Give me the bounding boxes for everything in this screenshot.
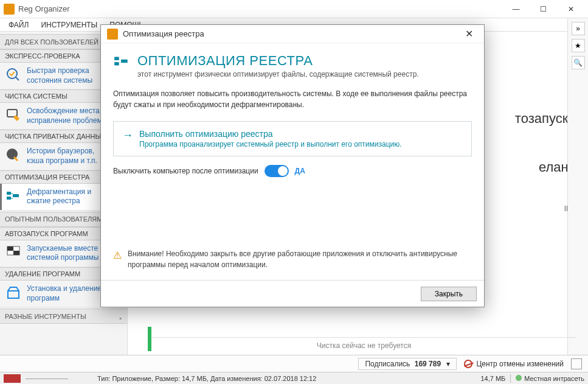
bottom-bar: Подписались 169 789 ▾ Центр отмены измен… <box>0 355 588 372</box>
flag-icon <box>5 244 22 261</box>
svg-rect-9 <box>8 291 19 298</box>
status-dim-text: ——————— <box>26 375 68 382</box>
close-dialog-button[interactable]: Закрыть <box>421 287 477 301</box>
toolstrip-chevron-icon[interactable]: » <box>572 22 585 35</box>
zone-icon <box>516 375 522 381</box>
svg-rect-8 <box>13 251 19 255</box>
nav-label: Дефрагментация и сжатие реестра <box>27 187 91 206</box>
status-size: 14,7 МБ <box>480 375 505 382</box>
svg-rect-7 <box>7 246 13 251</box>
status-zone: Местная интрасеть <box>516 375 584 382</box>
status-info: Тип: Приложение, Размер: 14,7 МБ, Дата и… <box>73 375 476 382</box>
menu-tools[interactable]: ИНСТРУМЕНТЫ <box>36 19 102 30</box>
nav-label: Быстрая проверка состояния системы <box>27 66 92 85</box>
toolstrip-star-icon[interactable]: ★ <box>572 39 585 52</box>
warning-row: ⚠ Внимание! Необходимо закрыть все други… <box>113 248 472 270</box>
bg-text-autorun: тозапуска <box>515 111 576 127</box>
svg-rect-4 <box>7 197 11 200</box>
arrow-right-icon: → <box>122 129 133 148</box>
nav-label: Освобождение места, исправление проблем <box>27 106 102 125</box>
dialog-app-icon <box>107 29 118 40</box>
dialog-titlebar: Оптимизация реестра ✕ <box>101 25 484 43</box>
nav-label: Запускаемые вместе с системой программы <box>27 244 104 263</box>
undo-icon <box>464 360 472 368</box>
warning-icon: ⚠ <box>113 248 122 270</box>
optimize-registry-dialog: Оптимизация реестра ✕ ОПТИМИЗАЦИЯ РЕЕСТР… <box>100 24 485 307</box>
warning-text: Внимание! Необходимо закрыть все другие … <box>128 248 472 270</box>
svg-rect-10 <box>114 57 119 60</box>
dialog-close-button[interactable]: ✕ <box>460 26 478 42</box>
checkmark-magnifier-icon <box>5 66 22 83</box>
window-title: Reg Organizer <box>18 4 502 13</box>
shutdown-toggle[interactable] <box>265 165 289 177</box>
toggle-panel-icon[interactable] <box>571 358 582 369</box>
svg-point-0 <box>7 69 17 79</box>
dialog-subheading: этот инструмент физически оптимизирует ф… <box>137 70 419 79</box>
dialog-heading: ОПТИМИЗАЦИЯ РЕЕСТРА <box>137 53 419 69</box>
defrag-icon <box>5 187 22 204</box>
toggle-state: ДА <box>295 167 305 175</box>
nav-label: Истории браузеров, кэша программ и т.п. <box>27 147 97 166</box>
nav-label: Установка и удаление программ <box>27 284 102 303</box>
box-icon <box>5 284 22 301</box>
undo-center-button[interactable]: Центр отмены изменений <box>464 360 564 368</box>
chevron-down-icon: ▾ <box>446 360 450 368</box>
right-toolstrip: » ★ 🔍 <box>567 18 588 359</box>
broom-icon <box>5 106 22 124</box>
titlebar: Reg Organizer — ☐ ✕ <box>0 0 588 18</box>
action-title: Выполнить оптимизацию реестра <box>139 129 402 139</box>
dialog-title: Оптимизация реестра <box>123 29 460 38</box>
run-optimization-action[interactable]: → Выполнить оптимизацию реестра Программ… <box>113 121 472 156</box>
globe-broom-icon <box>5 147 22 164</box>
green-accent <box>148 327 151 351</box>
dialog-description: Оптимизация позволяет повысить производи… <box>113 88 472 110</box>
status-left-badge <box>4 374 21 383</box>
status-bar: ——————— Тип: Приложение, Размер: 14,7 МБ… <box>0 372 588 384</box>
defrag-icon <box>113 53 130 70</box>
close-button[interactable]: ✕ <box>557 1 584 18</box>
subscribers-badge[interactable]: Подписались 169 789 ▾ <box>358 358 457 370</box>
action-subtitle: Программа проанализирует системный реест… <box>139 140 402 148</box>
svg-rect-5 <box>13 194 19 197</box>
chevron-down-icon: ˅ <box>119 312 122 320</box>
shutdown-toggle-row: Выключить компьютер после оптимизации ДА <box>113 165 472 177</box>
toolstrip-search-icon[interactable]: 🔍 <box>572 56 585 69</box>
menu-file[interactable]: ФАЙЛ <box>4 19 33 30</box>
maximize-button[interactable]: ☐ <box>530 1 557 18</box>
svg-rect-12 <box>121 60 128 63</box>
section-misc-tools[interactable]: РАЗНЫЕ ИНСТРУМЕНТЫ ˅ <box>0 309 127 324</box>
minimize-button[interactable]: — <box>502 1 530 18</box>
svg-rect-11 <box>114 62 119 65</box>
clean-status: Чистка сейчас не требуется <box>152 337 576 350</box>
app-icon <box>4 4 15 15</box>
svg-rect-3 <box>7 192 11 195</box>
toggle-label: Выключить компьютер после оптимизации <box>113 167 258 175</box>
